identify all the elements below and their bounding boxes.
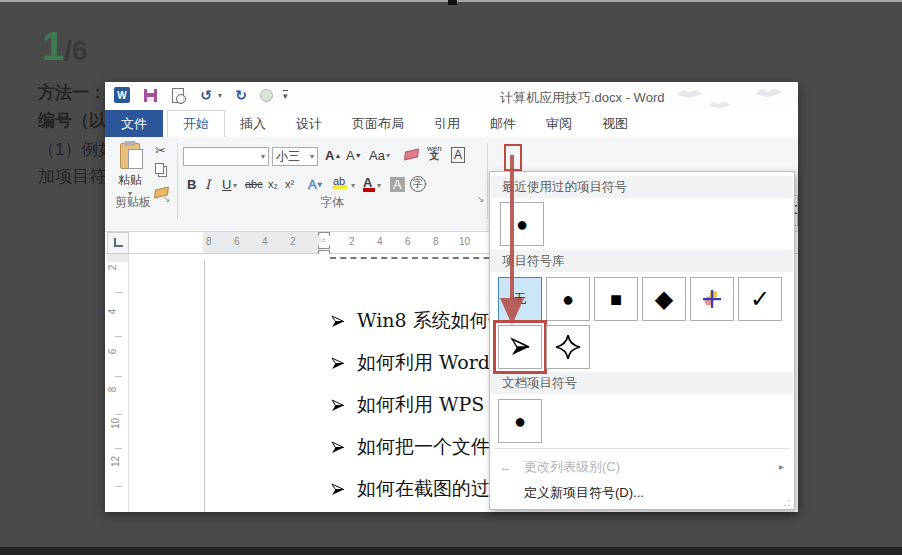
section-header-library: 项目符号库 <box>491 250 793 272</box>
customize-qat-icon[interactable]: ▾ <box>283 90 288 100</box>
arrowhead-bullet-icon <box>330 356 345 371</box>
tab-file[interactable]: 文件 <box>105 110 163 137</box>
page-indicator: 1/6 <box>42 24 88 69</box>
resize-grip[interactable]: .: <box>783 497 791 508</box>
grow-font-button[interactable]: A▲ <box>325 148 341 163</box>
redo-icon[interactable]: ↻ <box>232 86 250 104</box>
bullet-tile-colored-clover-bullet[interactable] <box>690 277 734 321</box>
text-effects-button[interactable]: A▾ <box>308 177 322 192</box>
tab-4[interactable]: 引用 <box>419 110 475 137</box>
menu-item-change-list-level[interactable]: ↔更改列表级别(C)▸ <box>492 454 792 479</box>
chevron-down-icon[interactable]: ▾ <box>377 181 381 190</box>
chevron-down-icon[interactable]: ▾ <box>310 152 314 161</box>
ruler-tick <box>115 486 122 487</box>
tab-1[interactable]: 插入 <box>225 110 281 137</box>
font-dialog-launcher-icon[interactable]: ↘ <box>477 194 485 204</box>
chevron-down-icon[interactable]: ▾ <box>233 181 237 190</box>
document-bullet-line: 如何把一个文件 <box>330 434 490 460</box>
annotation-arrow-line <box>510 155 514 300</box>
bullet-glyph: ✓ <box>750 285 770 313</box>
ruler-tick <box>115 336 122 337</box>
window-title: 计算机应用技巧.docx - Word <box>500 89 664 107</box>
document-bullet-line: 如何利用 Word <box>330 350 490 376</box>
menu-item-define-new-bullet[interactable]: 定义新项目符号(D)... <box>492 480 792 505</box>
document-text: 如何利用 Word <box>357 350 490 376</box>
cut-icon[interactable]: ✂ <box>155 143 166 158</box>
hanging-indent-marker[interactable] <box>318 241 330 249</box>
ruler-tick <box>115 414 122 415</box>
background-text-line: 方法一： <box>38 81 106 103</box>
strikethrough-button[interactable]: abc <box>245 178 263 190</box>
bullet-glyph: ◆ <box>655 285 673 313</box>
copy-icon[interactable] <box>155 163 164 176</box>
bullet-tile-filled-diamond-bullet[interactable]: ◆ <box>642 277 686 321</box>
clipboard-dialog-launcher-icon[interactable]: ↘ <box>163 194 171 204</box>
annotation-arrow-head-icon <box>500 298 524 325</box>
font-name-combo[interactable]: ▾ <box>183 147 269 166</box>
bullet-tile-filled-circle-bullet[interactable]: ● <box>498 399 542 443</box>
font-size-value: 小三 <box>276 148 300 165</box>
font-color-button[interactable]: A <box>363 175 375 192</box>
superscript-button[interactable]: x² <box>285 178 294 190</box>
bold-button[interactable]: B <box>187 177 196 192</box>
ruler-number: 2 <box>290 236 296 247</box>
tab-2[interactable]: 设计 <box>281 110 337 137</box>
shrink-font-button[interactable]: A▼ <box>346 148 362 163</box>
arrowhead-bullet-icon <box>330 398 345 413</box>
print-preview-icon[interactable] <box>169 86 187 104</box>
ruler-number: 8 <box>107 387 118 393</box>
chevron-down-icon[interactable]: ▾ <box>261 152 265 161</box>
undo-icon[interactable]: ↺ <box>197 86 215 104</box>
record-circle-icon[interactable] <box>260 89 273 102</box>
bullet-library-dropdown: 最近使用过的项目符号 项目符号库 文档项目符号 ●无●■◆✓● ↔更改列表级别(… <box>489 171 795 510</box>
tab-5[interactable]: 邮件 <box>475 110 531 137</box>
phonetic-guide-button[interactable]: wén文 <box>427 145 442 159</box>
document-bullet-line: 如何利用 WPS 发 <box>330 392 509 418</box>
bullet-tile-filled-square-bullet[interactable]: ■ <box>594 277 638 321</box>
first-line-indent-marker[interactable] <box>318 232 330 240</box>
tab-6[interactable]: 审阅 <box>531 110 587 137</box>
ruler-number: 10 <box>110 418 121 429</box>
document-text: 如何在截图的过 <box>357 476 490 502</box>
tab-selector[interactable] <box>107 232 129 254</box>
bullet-glyph: ● <box>562 288 574 311</box>
group-separator <box>487 143 488 219</box>
underline-button[interactable]: U <box>222 177 231 192</box>
undo-dropdown-icon[interactable]: ▾ <box>218 91 222 100</box>
paste-label: 粘贴 <box>113 172 147 189</box>
enclose-characters-button[interactable]: 字 <box>410 176 426 192</box>
highlight-button[interactable]: ab <box>333 175 347 189</box>
bottom-dark-band <box>0 547 902 555</box>
tab-active-0[interactable]: 开始 <box>167 110 225 137</box>
top-cursor-mark <box>448 0 457 5</box>
bullet-tile-filled-circle-bullet[interactable]: ● <box>546 277 590 321</box>
change-case-button[interactable]: Aa▾ <box>369 148 390 163</box>
bullet-tile-four-pointed-star-bullet[interactable] <box>546 325 590 369</box>
bullet-tile-arrowhead-bullet[interactable] <box>498 325 542 369</box>
menu-separator <box>494 448 790 449</box>
tab-7[interactable]: 视图 <box>587 110 643 137</box>
ruler-tick <box>115 292 122 293</box>
clear-formatting-icon[interactable] <box>405 150 418 159</box>
bullet-glyph: ● <box>514 410 526 433</box>
character-border-button[interactable]: A <box>451 147 465 163</box>
document-text: 如何把一个文件 <box>357 434 490 460</box>
quick-access-toolbar: W ↺▾ ↻ ▾ <box>113 86 288 104</box>
ruler-number: 10 <box>459 236 470 247</box>
word-logo-icon[interactable]: W <box>113 86 131 104</box>
ribbon-tab-row: 文件 开始插入设计页面布局引用邮件审阅视图 <box>105 110 798 137</box>
left-tab-icon <box>114 238 123 247</box>
arrowhead-bullet-icon <box>330 314 345 329</box>
subscript-button[interactable]: x₂ <box>268 178 278 190</box>
font-size-combo[interactable]: 小三▾ <box>272 147 318 166</box>
tab-3[interactable]: 页面布局 <box>337 110 419 137</box>
background-text-line: 编号（以 <box>38 109 106 131</box>
character-shading-button[interactable]: A <box>390 177 405 192</box>
italic-button[interactable]: I <box>205 177 210 192</box>
bullet-tile-check-mark-bullet[interactable]: ✓ <box>738 277 782 321</box>
ruler-number: 8 <box>206 236 212 247</box>
save-icon[interactable] <box>141 86 159 104</box>
chevron-down-icon[interactable]: ▾ <box>351 181 355 190</box>
bullet-tile-filled-circle-bullet[interactable]: ● <box>500 202 544 246</box>
group-separator <box>177 143 178 219</box>
